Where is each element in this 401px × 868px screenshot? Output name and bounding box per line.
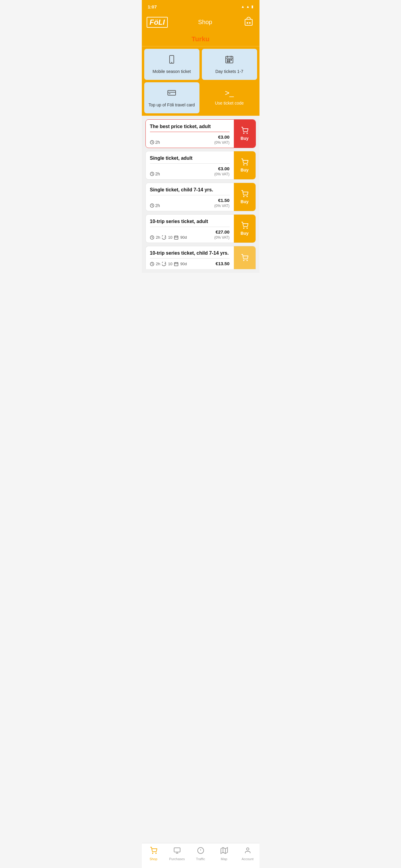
nav-map-label: Map [221, 857, 227, 861]
nav-account-label: Account [242, 857, 254, 861]
clock-icon-5 [150, 262, 154, 266]
option-mobile-season[interactable]: Mobile season ticket [144, 49, 199, 80]
cart-header-icon [244, 17, 254, 27]
ticket-info-10trip-child: 10-trip series ticket, child 7-14 yrs. 2… [146, 246, 234, 269]
ticket-meta-10trip-child: 2h 10 90d [150, 261, 187, 266]
shop-nav-icon [150, 847, 157, 856]
svg-point-38 [244, 260, 244, 261]
svg-point-24 [244, 196, 244, 197]
header-title: Shop [198, 19, 212, 26]
ticket-info-best-price: The best price ticket, adult 2h €3.00 (0… [146, 120, 234, 148]
svg-point-18 [244, 133, 244, 133]
options-grid: Mobile season ticket Day tickets 1-7 [142, 46, 259, 116]
buy-button-10trip-child[interactable] [234, 246, 256, 269]
option-top-up-label: Top up of Föli travel card [148, 102, 195, 107]
nav-account[interactable]: Account [236, 846, 259, 862]
nav-shop-label: Shop [150, 857, 157, 861]
clock-icon-2 [150, 172, 154, 176]
refresh-icon [162, 236, 166, 240]
clock-icon-4 [150, 236, 154, 240]
status-icons: ▲ ▲ ▮ [241, 4, 254, 9]
map-nav-icon [221, 847, 228, 856]
option-mobile-season-label: Mobile season ticket [153, 69, 191, 74]
ticket-best-price-adult: The best price ticket, adult 2h €3.00 (0… [145, 119, 256, 148]
bottom-nav: Shop Purchases Traffic [142, 843, 259, 868]
city-banner: Turku [142, 32, 259, 46]
mobile-icon [167, 55, 176, 66]
buy-button-single-adult[interactable]: Buy [234, 151, 256, 179]
refresh-icon-2 [162, 262, 166, 266]
cart-icon-10trip-adult [241, 222, 248, 229]
ticket-10trip-child: 10-trip series ticket, child 7-14 yrs. 2… [145, 246, 256, 269]
option-top-up[interactable]: Top up of Föli travel card [144, 82, 199, 113]
svg-point-22 [247, 164, 248, 165]
signal-icon: ▲ [246, 4, 250, 9]
ticket-details-10trip-child: 2h 10 90d €13.50 [150, 258, 230, 266]
cart-icon-10trip-child [241, 254, 248, 261]
cart-icon-best-price [241, 127, 248, 134]
svg-marker-48 [221, 847, 228, 854]
purchases-nav-icon [173, 847, 181, 856]
nav-purchases-label: Purchases [169, 857, 185, 861]
svg-rect-42 [174, 848, 180, 852]
nav-purchases[interactable]: Purchases [165, 846, 189, 862]
ticket-duration-single-child: 2h [150, 203, 160, 208]
svg-point-19 [247, 133, 248, 133]
ticket-name-10trip-child: 10-trip series ticket, child 7-14 yrs. [150, 250, 230, 256]
svg-rect-10 [229, 59, 230, 60]
ticket-single-child: Single ticket, child 7-14 yrs. 2h €1.50 … [145, 183, 256, 211]
svg-rect-0 [245, 19, 252, 25]
svg-rect-9 [227, 59, 228, 60]
app-header: FöLI Shop [142, 13, 259, 32]
clock-icon-1 [150, 140, 154, 144]
ticket-name-single-child: Single ticket, child 7-14 yrs. [150, 187, 230, 193]
buy-button-single-child[interactable]: Buy [234, 183, 256, 211]
chevron-line-icon: >_ [225, 88, 234, 98]
svg-point-2 [249, 23, 250, 24]
svg-rect-13 [229, 61, 230, 62]
ticket-info-10trip-adult: 10-trip series ticket, adult 2h 10 [146, 215, 234, 243]
ticket-duration-single-adult: 2h [150, 172, 160, 176]
ticket-details-best-price: 2h €3.00 (0% VAT) [150, 132, 230, 145]
ticket-price-single-adult: €3.00 (0% VAT) [214, 166, 229, 176]
svg-rect-12 [227, 61, 228, 62]
ticket-name-single-adult: Single ticket, adult [150, 156, 230, 161]
ticket-single-adult: Single ticket, adult 2h €3.00 (0% VAT) [145, 151, 256, 180]
svg-rect-34 [174, 262, 178, 266]
svg-point-32 [247, 228, 248, 228]
option-ticket-code[interactable]: >_ Use ticket code [202, 82, 257, 113]
account-nav-icon [244, 847, 251, 856]
clock-icon-3 [150, 204, 154, 208]
nav-traffic-label: Traffic [196, 857, 205, 861]
buy-button-10trip-adult[interactable]: Buy [234, 215, 256, 243]
option-ticket-code-label: Use ticket code [215, 101, 244, 105]
ticket-price-10trip-child: €13.50 [216, 261, 230, 266]
ticket-10trip-adult: 10-trip series ticket, adult 2h 10 [145, 214, 256, 243]
wifi-icon: ▲ [241, 4, 245, 9]
ticket-price-single-child: €1.50 (0% VAT) [214, 198, 229, 208]
status-bar: 1:07 ▲ ▲ ▮ [142, 0, 259, 13]
ticket-name-10trip-adult: 10-trip series ticket, adult [150, 219, 230, 224]
option-day-tickets[interactable]: Day tickets 1-7 [202, 49, 257, 80]
city-name: Turku [192, 35, 209, 43]
nav-map[interactable]: Map [212, 846, 236, 862]
buy-button-best-price[interactable]: Buy [234, 120, 256, 148]
app-logo: FöLI [147, 17, 168, 28]
calendar-icon-small [174, 236, 178, 240]
ticket-info-single-child: Single ticket, child 7-14 yrs. 2h €1.50 … [146, 183, 234, 211]
cart-button[interactable] [242, 16, 255, 29]
ticket-meta-10trip-adult: 2h 10 90d [150, 235, 187, 240]
svg-point-40 [152, 853, 153, 854]
cart-icon-single-child [241, 190, 248, 197]
ticket-details-single-child: 2h €1.50 (0% VAT) [150, 195, 230, 208]
ticket-info-single-adult: Single ticket, adult 2h €3.00 (0% VAT) [146, 151, 234, 179]
ticket-details-10trip-adult: 2h 10 90d €27.00 (0% [150, 227, 230, 240]
calendar-icon [225, 55, 234, 66]
option-day-tickets-label: Day tickets 1-7 [216, 69, 244, 74]
svg-point-31 [244, 228, 244, 228]
svg-point-39 [247, 260, 248, 261]
nav-shop[interactable]: Shop [142, 846, 165, 862]
svg-point-21 [244, 164, 244, 165]
calendar-icon-small-2 [174, 262, 178, 266]
nav-traffic[interactable]: Traffic [189, 846, 212, 862]
